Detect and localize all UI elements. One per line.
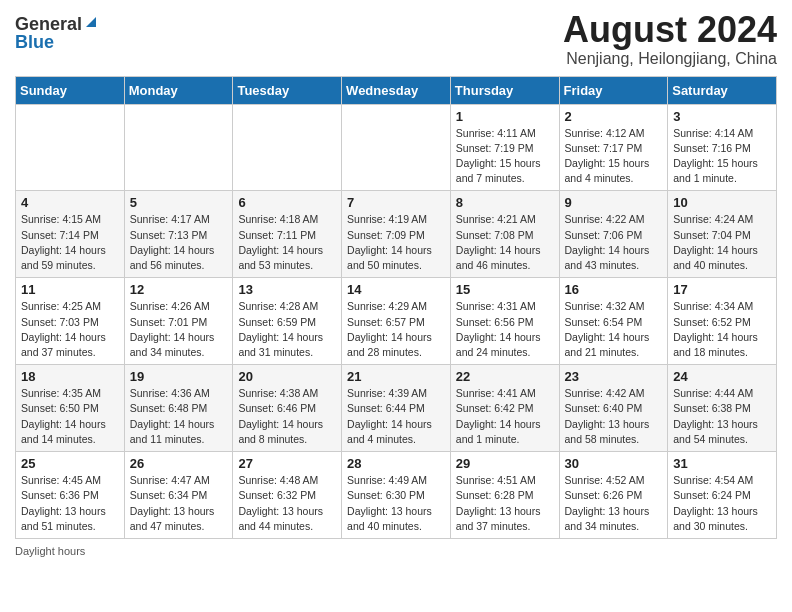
calendar-cell: 9Sunrise: 4:22 AM Sunset: 7:06 PM Daylig…: [559, 191, 668, 278]
calendar-cell: 11Sunrise: 4:25 AM Sunset: 7:03 PM Dayli…: [16, 278, 125, 365]
day-info: Sunrise: 4:44 AM Sunset: 6:38 PM Dayligh…: [673, 386, 771, 447]
day-info: Sunrise: 4:21 AM Sunset: 7:08 PM Dayligh…: [456, 212, 554, 273]
day-info: Sunrise: 4:35 AM Sunset: 6:50 PM Dayligh…: [21, 386, 119, 447]
day-number: 24: [673, 369, 771, 384]
day-number: 16: [565, 282, 663, 297]
calendar-cell: 6Sunrise: 4:18 AM Sunset: 7:11 PM Daylig…: [233, 191, 342, 278]
day-number: 31: [673, 456, 771, 471]
calendar-cell: 26Sunrise: 4:47 AM Sunset: 6:34 PM Dayli…: [124, 452, 233, 539]
calendar-cell: [233, 104, 342, 191]
calendar-cell: 8Sunrise: 4:21 AM Sunset: 7:08 PM Daylig…: [450, 191, 559, 278]
calendar-week-0: 1Sunrise: 4:11 AM Sunset: 7:19 PM Daylig…: [16, 104, 777, 191]
day-number: 22: [456, 369, 554, 384]
day-number: 7: [347, 195, 445, 210]
day-number: 15: [456, 282, 554, 297]
day-info: Sunrise: 4:49 AM Sunset: 6:30 PM Dayligh…: [347, 473, 445, 534]
calendar-cell: 27Sunrise: 4:48 AM Sunset: 6:32 PM Dayli…: [233, 452, 342, 539]
day-number: 27: [238, 456, 336, 471]
calendar-week-4: 25Sunrise: 4:45 AM Sunset: 6:36 PM Dayli…: [16, 452, 777, 539]
calendar-cell: [16, 104, 125, 191]
header-cell-saturday: Saturday: [668, 76, 777, 104]
logo: General Blue: [15, 10, 98, 51]
day-info: Sunrise: 4:52 AM Sunset: 6:26 PM Dayligh…: [565, 473, 663, 534]
day-number: 9: [565, 195, 663, 210]
calendar-cell: 15Sunrise: 4:31 AM Sunset: 6:56 PM Dayli…: [450, 278, 559, 365]
calendar-cell: 2Sunrise: 4:12 AM Sunset: 7:17 PM Daylig…: [559, 104, 668, 191]
logo-general-text: General: [15, 15, 82, 33]
month-year: August 2024: [563, 10, 777, 50]
day-info: Sunrise: 4:31 AM Sunset: 6:56 PM Dayligh…: [456, 299, 554, 360]
day-info: Sunrise: 4:36 AM Sunset: 6:48 PM Dayligh…: [130, 386, 228, 447]
day-number: 12: [130, 282, 228, 297]
day-number: 17: [673, 282, 771, 297]
day-number: 30: [565, 456, 663, 471]
calendar-cell: 31Sunrise: 4:54 AM Sunset: 6:24 PM Dayli…: [668, 452, 777, 539]
day-number: 1: [456, 109, 554, 124]
calendar-cell: 25Sunrise: 4:45 AM Sunset: 6:36 PM Dayli…: [16, 452, 125, 539]
calendar-cell: 24Sunrise: 4:44 AM Sunset: 6:38 PM Dayli…: [668, 365, 777, 452]
day-number: 13: [238, 282, 336, 297]
header-cell-thursday: Thursday: [450, 76, 559, 104]
day-info: Sunrise: 4:19 AM Sunset: 7:09 PM Dayligh…: [347, 212, 445, 273]
logo-blue-text: Blue: [15, 33, 54, 51]
day-number: 29: [456, 456, 554, 471]
day-info: Sunrise: 4:28 AM Sunset: 6:59 PM Dayligh…: [238, 299, 336, 360]
calendar-cell: 20Sunrise: 4:38 AM Sunset: 6:46 PM Dayli…: [233, 365, 342, 452]
calendar-cell: 17Sunrise: 4:34 AM Sunset: 6:52 PM Dayli…: [668, 278, 777, 365]
calendar-week-2: 11Sunrise: 4:25 AM Sunset: 7:03 PM Dayli…: [16, 278, 777, 365]
day-info: Sunrise: 4:47 AM Sunset: 6:34 PM Dayligh…: [130, 473, 228, 534]
page-header: General Blue August 2024 Nenjiang, Heilo…: [15, 10, 777, 68]
daylight-hours-label: Daylight hours: [15, 545, 85, 557]
day-info: Sunrise: 4:51 AM Sunset: 6:28 PM Dayligh…: [456, 473, 554, 534]
header-cell-friday: Friday: [559, 76, 668, 104]
header-cell-sunday: Sunday: [16, 76, 125, 104]
day-number: 3: [673, 109, 771, 124]
calendar-cell: 12Sunrise: 4:26 AM Sunset: 7:01 PM Dayli…: [124, 278, 233, 365]
logo-arrow-icon: [84, 15, 98, 33]
day-number: 26: [130, 456, 228, 471]
day-number: 28: [347, 456, 445, 471]
day-info: Sunrise: 4:45 AM Sunset: 6:36 PM Dayligh…: [21, 473, 119, 534]
calendar-cell: 19Sunrise: 4:36 AM Sunset: 6:48 PM Dayli…: [124, 365, 233, 452]
calendar-week-1: 4Sunrise: 4:15 AM Sunset: 7:14 PM Daylig…: [16, 191, 777, 278]
day-number: 20: [238, 369, 336, 384]
day-info: Sunrise: 4:26 AM Sunset: 7:01 PM Dayligh…: [130, 299, 228, 360]
day-info: Sunrise: 4:54 AM Sunset: 6:24 PM Dayligh…: [673, 473, 771, 534]
day-info: Sunrise: 4:29 AM Sunset: 6:57 PM Dayligh…: [347, 299, 445, 360]
calendar-cell: 5Sunrise: 4:17 AM Sunset: 7:13 PM Daylig…: [124, 191, 233, 278]
day-info: Sunrise: 4:48 AM Sunset: 6:32 PM Dayligh…: [238, 473, 336, 534]
day-number: 14: [347, 282, 445, 297]
location: Nenjiang, Heilongjiang, China: [563, 50, 777, 68]
day-info: Sunrise: 4:38 AM Sunset: 6:46 PM Dayligh…: [238, 386, 336, 447]
day-number: 23: [565, 369, 663, 384]
day-number: 6: [238, 195, 336, 210]
day-number: 2: [565, 109, 663, 124]
calendar-cell: [342, 104, 451, 191]
day-number: 11: [21, 282, 119, 297]
day-number: 8: [456, 195, 554, 210]
day-number: 21: [347, 369, 445, 384]
calendar-cell: [124, 104, 233, 191]
day-number: 19: [130, 369, 228, 384]
day-number: 10: [673, 195, 771, 210]
calendar-cell: 3Sunrise: 4:14 AM Sunset: 7:16 PM Daylig…: [668, 104, 777, 191]
day-info: Sunrise: 4:39 AM Sunset: 6:44 PM Dayligh…: [347, 386, 445, 447]
day-info: Sunrise: 4:42 AM Sunset: 6:40 PM Dayligh…: [565, 386, 663, 447]
header-cell-wednesday: Wednesday: [342, 76, 451, 104]
calendar-cell: 13Sunrise: 4:28 AM Sunset: 6:59 PM Dayli…: [233, 278, 342, 365]
calendar-cell: 22Sunrise: 4:41 AM Sunset: 6:42 PM Dayli…: [450, 365, 559, 452]
day-number: 5: [130, 195, 228, 210]
day-info: Sunrise: 4:22 AM Sunset: 7:06 PM Dayligh…: [565, 212, 663, 273]
day-info: Sunrise: 4:32 AM Sunset: 6:54 PM Dayligh…: [565, 299, 663, 360]
calendar-header-row: SundayMondayTuesdayWednesdayThursdayFrid…: [16, 76, 777, 104]
calendar-table: SundayMondayTuesdayWednesdayThursdayFrid…: [15, 76, 777, 539]
calendar-cell: 21Sunrise: 4:39 AM Sunset: 6:44 PM Dayli…: [342, 365, 451, 452]
footer: Daylight hours: [15, 545, 777, 557]
calendar-cell: 16Sunrise: 4:32 AM Sunset: 6:54 PM Dayli…: [559, 278, 668, 365]
day-number: 4: [21, 195, 119, 210]
calendar-cell: 23Sunrise: 4:42 AM Sunset: 6:40 PM Dayli…: [559, 365, 668, 452]
day-info: Sunrise: 4:24 AM Sunset: 7:04 PM Dayligh…: [673, 212, 771, 273]
day-info: Sunrise: 4:18 AM Sunset: 7:11 PM Dayligh…: [238, 212, 336, 273]
day-info: Sunrise: 4:34 AM Sunset: 6:52 PM Dayligh…: [673, 299, 771, 360]
day-info: Sunrise: 4:11 AM Sunset: 7:19 PM Dayligh…: [456, 126, 554, 187]
